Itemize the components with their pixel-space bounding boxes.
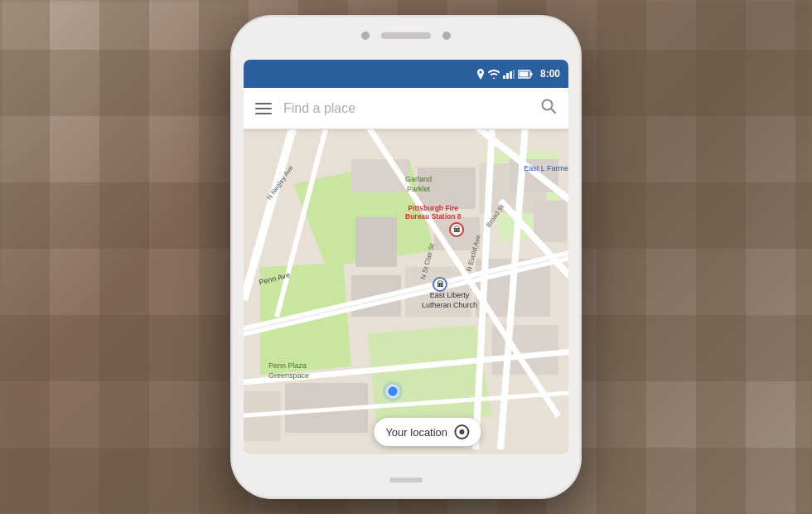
- east-label: East L Farme: [524, 162, 568, 174]
- east-label-text: East L Farme: [524, 164, 568, 172]
- search-icon: [540, 98, 557, 114]
- svg-rect-1: [506, 73, 509, 79]
- status-icons: [476, 69, 533, 80]
- svg-rect-5: [530, 72, 532, 75]
- hamburger-line-2: [255, 108, 272, 109]
- svg-point-35: [383, 381, 403, 401]
- phone-screen: 8:00 Find a place: [244, 60, 568, 454]
- location-status-icon: [476, 69, 485, 80]
- front-sensor: [442, 32, 451, 40]
- map-svg: [244, 129, 568, 454]
- signal-status-icon: [503, 70, 515, 79]
- church-icon: 🏛: [433, 277, 447, 292]
- map-area[interactable]: N Negley Ave Penn Ave N St Clair St N Eu…: [244, 129, 568, 454]
- search-bar[interactable]: Find a place: [244, 88, 568, 129]
- svg-rect-0: [503, 75, 505, 79]
- fire-station-icon: 🏛: [449, 222, 464, 237]
- phone-body: 8:00 Find a place: [232, 17, 580, 497]
- hamburger-line-3: [255, 113, 272, 114]
- park-area-3: [368, 325, 492, 424]
- svg-rect-3: [513, 70, 515, 79]
- poi-label-fire-bureau: Pittsburgh FireBureau Station 8: [405, 204, 462, 221]
- svg-rect-6: [519, 71, 528, 76]
- svg-rect-22: [534, 201, 567, 242]
- wifi-status-icon: [488, 70, 500, 79]
- svg-rect-10: [418, 167, 476, 209]
- your-location-button[interactable]: Your location: [374, 418, 481, 446]
- front-camera: [361, 32, 370, 40]
- battery-status-icon: [518, 70, 533, 79]
- phone-top-notch: [361, 32, 451, 40]
- your-location-label: Your location: [385, 426, 447, 439]
- home-button[interactable]: [389, 478, 423, 482]
- hamburger-menu-button[interactable]: [252, 99, 275, 118]
- status-time: 8:00: [540, 68, 560, 80]
- hamburger-line-1: [255, 103, 272, 104]
- search-input[interactable]: Find a place: [283, 101, 529, 116]
- status-bar: 8:00: [244, 60, 568, 88]
- speaker-grille: [381, 32, 431, 39]
- search-button[interactable]: [537, 95, 560, 122]
- svg-line-8: [551, 109, 555, 113]
- phone-device: 8:00 Find a place: [232, 17, 580, 497]
- location-crosshair-icon: [454, 424, 469, 439]
- svg-rect-2: [510, 71, 512, 79]
- svg-rect-18: [355, 217, 397, 267]
